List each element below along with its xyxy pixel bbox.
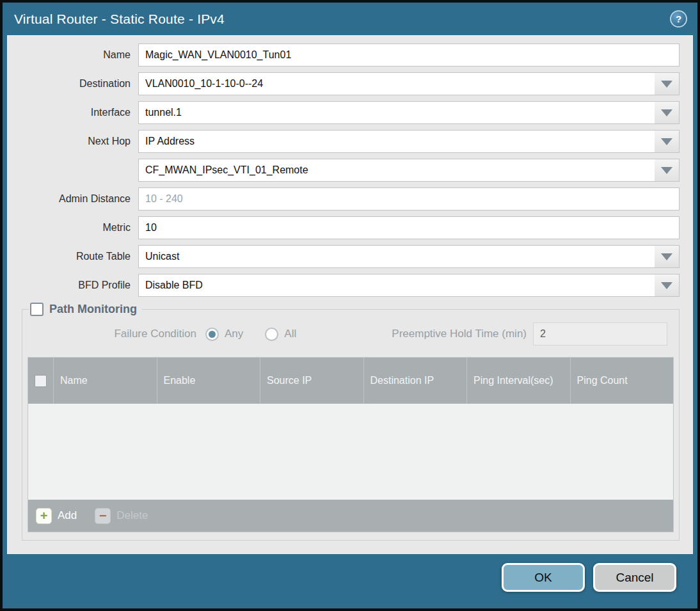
interface-field-wrap bbox=[138, 101, 680, 124]
destination-label: Destination bbox=[8, 72, 138, 95]
destination-row: Destination bbox=[8, 72, 680, 95]
next-hop-address-row bbox=[8, 159, 680, 182]
admin-distance-field-wrap bbox=[138, 187, 680, 210]
chevron-down-icon bbox=[661, 81, 672, 88]
column-header-ping-count: Ping Count bbox=[570, 358, 674, 404]
name-row: Name bbox=[8, 44, 680, 67]
dialog-window: Virtual Router - Static Route - IPv4 ? N… bbox=[0, 0, 700, 611]
dialog-footer: OK Cancel bbox=[3, 554, 697, 608]
destination-field-wrap bbox=[138, 72, 680, 95]
radio-any-label: Any bbox=[225, 328, 243, 340]
next-hop-type-input[interactable] bbox=[138, 130, 680, 153]
ok-button[interactable]: OK bbox=[502, 563, 585, 592]
path-monitoring-table: Name Enable Source IP Destination IP Pin… bbox=[28, 357, 674, 532]
interface-row: Interface bbox=[8, 101, 680, 124]
next-hop-label: Next Hop bbox=[8, 130, 138, 153]
chevron-down-icon bbox=[661, 109, 672, 116]
failure-condition-option-any: Any bbox=[205, 328, 243, 341]
next-hop-type-field-wrap bbox=[138, 130, 680, 153]
path-monitoring-checkbox[interactable] bbox=[30, 303, 44, 316]
bfd-profile-label: BFD Profile bbox=[8, 274, 138, 297]
preemptive-hold-time-label: Preemptive Hold Time (min) bbox=[392, 328, 533, 340]
radio-any bbox=[205, 328, 219, 341]
name-input[interactable] bbox=[138, 44, 680, 67]
route-table-dropdown-button[interactable] bbox=[655, 246, 679, 267]
add-button[interactable]: + Add bbox=[36, 508, 77, 524]
static-route-form: Name Destination Interface bbox=[8, 36, 692, 297]
table-toolbar: + Add − Delete bbox=[28, 500, 673, 532]
admin-distance-label: Admin Distance bbox=[8, 187, 138, 210]
route-table-input[interactable] bbox=[138, 245, 680, 268]
route-table-label: Route Table bbox=[8, 245, 138, 268]
help-icon[interactable]: ? bbox=[670, 10, 687, 28]
destination-input[interactable] bbox=[138, 72, 680, 95]
failure-condition-row: Failure Condition Any All Preemptive Hol… bbox=[28, 322, 674, 345]
admin-distance-row: Admin Distance bbox=[8, 187, 680, 210]
path-monitoring-title: Path Monitoring bbox=[49, 303, 137, 316]
interface-dropdown-button[interactable] bbox=[655, 102, 679, 123]
column-header-ping-interval: Ping Interval(sec) bbox=[466, 358, 570, 404]
radio-all-label: All bbox=[284, 328, 296, 340]
bfd-profile-dropdown-button[interactable] bbox=[655, 274, 679, 296]
column-header-destination-ip: Destination IP bbox=[363, 358, 467, 404]
name-field-wrap bbox=[138, 44, 680, 67]
failure-condition-option-all: All bbox=[265, 328, 296, 341]
metric-field-wrap bbox=[138, 216, 680, 239]
bfd-profile-input[interactable] bbox=[138, 274, 680, 297]
next-hop-address-field-wrap bbox=[138, 159, 680, 182]
table-body-empty bbox=[28, 404, 673, 500]
preemptive-hold-time-input bbox=[533, 322, 667, 345]
path-monitoring-legend: Path Monitoring bbox=[29, 303, 142, 316]
radio-all bbox=[265, 328, 278, 341]
admin-distance-input[interactable] bbox=[138, 187, 680, 210]
interface-input[interactable] bbox=[138, 101, 680, 124]
chevron-down-icon bbox=[661, 138, 672, 145]
chevron-down-icon bbox=[661, 253, 672, 260]
next-hop-row: Next Hop bbox=[8, 130, 680, 153]
chevron-down-icon bbox=[661, 282, 672, 289]
next-hop-address-input[interactable] bbox=[138, 159, 680, 182]
cancel-button[interactable]: Cancel bbox=[593, 563, 676, 592]
column-header-enable: Enable bbox=[157, 358, 260, 404]
table-header-select-all bbox=[28, 358, 53, 404]
bfd-profile-field-wrap bbox=[138, 274, 680, 297]
path-monitoring-group: Path Monitoring Failure Condition Any Al… bbox=[22, 303, 680, 541]
delete-button-label: Delete bbox=[116, 509, 148, 522]
failure-condition-label: Failure Condition bbox=[28, 328, 205, 340]
name-label: Name bbox=[8, 44, 138, 67]
destination-dropdown-button[interactable] bbox=[655, 73, 679, 95]
table-header-row: Name Enable Source IP Destination IP Pin… bbox=[28, 358, 673, 404]
column-header-source-ip: Source IP bbox=[260, 358, 363, 404]
next-hop-type-dropdown-button[interactable] bbox=[655, 131, 679, 152]
metric-label: Metric bbox=[8, 216, 138, 239]
dialog-title: Virtual Router - Static Route - IPv4 bbox=[14, 12, 225, 27]
titlebar: Virtual Router - Static Route - IPv4 ? bbox=[3, 3, 697, 35]
add-button-label: Add bbox=[58, 509, 77, 522]
interface-label: Interface bbox=[8, 101, 138, 124]
metric-row: Metric bbox=[8, 216, 680, 239]
plus-icon: + bbox=[36, 508, 52, 524]
column-header-name: Name bbox=[53, 358, 157, 404]
dialog-content: Name Destination Interface bbox=[7, 35, 693, 554]
route-table-row: Route Table bbox=[8, 245, 680, 268]
chevron-down-icon bbox=[661, 167, 672, 174]
static-route-dialog: Virtual Router - Static Route - IPv4 ? N… bbox=[3, 3, 697, 608]
minus-icon: − bbox=[95, 508, 111, 524]
select-all-checkbox bbox=[35, 375, 47, 387]
next-hop-address-dropdown-button[interactable] bbox=[655, 159, 679, 181]
metric-input[interactable] bbox=[138, 216, 680, 239]
route-table-field-wrap bbox=[138, 245, 680, 268]
next-hop-address-spacer bbox=[8, 159, 138, 182]
radio-dot bbox=[209, 331, 216, 338]
delete-button: − Delete bbox=[95, 508, 148, 524]
bfd-profile-row: BFD Profile bbox=[8, 274, 680, 297]
